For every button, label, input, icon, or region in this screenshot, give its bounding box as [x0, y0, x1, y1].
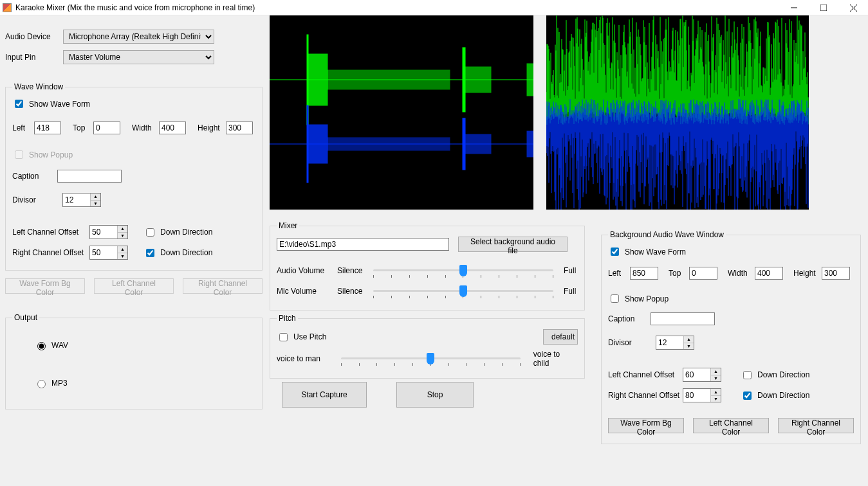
output-group: Output WAV MP3: [5, 313, 263, 410]
start-capture-button[interactable]: Start Capture: [282, 382, 367, 408]
bg-lc-color-button[interactable]: Left Channel Color: [693, 418, 769, 433]
bg-bg-color-button[interactable]: Wave Form Bg Color: [608, 418, 684, 433]
bg-show-wave-checkbox[interactable]: Show Wave Form: [608, 246, 686, 258]
svg-rect-16: [465, 134, 491, 154]
title-bar[interactable]: Karaoke Mixer (Mix the music and voice f…: [0, 0, 868, 15]
pitch-slider[interactable]: [341, 350, 521, 367]
svg-rect-7: [308, 54, 328, 105]
svg-rect-8: [328, 70, 450, 89]
stop-button[interactable]: Stop: [396, 382, 474, 408]
wave-divisor-spinner[interactable]: ▲▼: [62, 193, 101, 207]
window-title: Karaoke Mixer (Mix the music and voice f…: [15, 3, 255, 12]
bg-rco-down-checkbox[interactable]: Down Direction: [741, 390, 809, 402]
bg-rco-spinner[interactable]: ▲▼: [683, 388, 721, 402]
output-wav-radio[interactable]: WAV: [34, 340, 68, 350]
close-button[interactable]: [838, 0, 868, 15]
wave-left-input[interactable]: [34, 122, 61, 134]
wave-height-input[interactable]: [226, 122, 253, 134]
svg-rect-17: [527, 131, 533, 157]
output-mp3-radio[interactable]: MP3: [34, 378, 68, 388]
output-legend: Output: [12, 313, 39, 322]
bg-lco-down-checkbox[interactable]: Down Direction: [741, 369, 809, 381]
waveform-right-display: [546, 15, 809, 210]
wave-lc-color-button: Left Channel Color: [94, 278, 174, 294]
svg-rect-14: [328, 138, 450, 150]
mixer-group: Mixer Select background audio file Audio…: [270, 221, 585, 310]
audio-device-select[interactable]: Microphone Array (Realtek High Definitio…: [63, 30, 214, 44]
pitch-legend: Pitch: [277, 314, 298, 323]
app-window: Karaoke Mixer (Mix the music and voice f…: [0, 0, 868, 486]
svg-rect-9: [463, 48, 465, 112]
bg-height-input[interactable]: [822, 267, 850, 280]
pitch-group: Pitch Use Pitch default voice to man voi…: [270, 314, 585, 379]
wave-width-input[interactable]: [159, 122, 186, 134]
bg-caption-input[interactable]: [651, 312, 715, 325]
audio-volume-slider[interactable]: [373, 262, 553, 279]
audio-device-label: Audio Device: [5, 32, 63, 41]
pitch-default-button[interactable]: default: [543, 329, 578, 345]
input-pin-select[interactable]: Master Volume: [63, 50, 214, 64]
bg-width-input[interactable]: [755, 267, 783, 280]
wave-top-input[interactable]: [93, 122, 120, 134]
svg-rect-10: [465, 67, 491, 93]
use-pitch-checkbox[interactable]: Use Pitch: [277, 331, 326, 343]
wave-rc-color-button: Right Channel Color: [183, 278, 263, 294]
select-bg-audio-button[interactable]: Select background audio file: [458, 237, 568, 252]
maximize-button[interactable]: [809, 0, 838, 15]
bg-wave-group: Background Audio Wave Window Show Wave F…: [601, 230, 861, 444]
wave-rco-spinner[interactable]: ▲▼: [89, 246, 128, 260]
wave-caption-input[interactable]: [57, 170, 122, 183]
bg-rc-color-button[interactable]: Right Channel Color: [778, 418, 854, 433]
svg-rect-13: [308, 125, 328, 163]
waveform-left-display: [270, 15, 533, 210]
wave-rco-down-checkbox[interactable]: Down Direction: [143, 247, 212, 259]
minimize-button[interactable]: [779, 0, 809, 15]
show-wave-checkbox[interactable]: Show Wave Form: [12, 98, 90, 110]
mic-volume-slider[interactable]: [373, 283, 553, 300]
bg-wave-legend: Background Audio Wave Window: [608, 230, 726, 239]
bg-top-input[interactable]: [689, 267, 717, 280]
input-pin-label: Input Pin: [5, 53, 63, 62]
bg-left-input[interactable]: [630, 267, 658, 280]
svg-rect-15: [463, 118, 465, 170]
mixer-file-input[interactable]: [277, 238, 449, 251]
app-icon: [3, 3, 12, 12]
svg-rect-11: [527, 64, 533, 96]
wave-bg-color-button: Wave Form Bg Color: [5, 278, 85, 294]
bg-show-popup-checkbox[interactable]: Show Popup: [608, 292, 669, 305]
mixer-legend: Mixer: [277, 221, 299, 230]
wave-lco-spinner[interactable]: ▲▼: [89, 225, 128, 239]
show-popup-checkbox: Show Popup: [12, 148, 73, 161]
bg-lco-spinner[interactable]: ▲▼: [683, 368, 721, 382]
client-area: Audio Device Microphone Array (Realtek H…: [0, 15, 868, 486]
wave-window-legend: Wave Window: [12, 82, 65, 91]
wave-window-group: Wave Window Show Wave Form Left Top Widt…: [5, 82, 263, 271]
svg-rect-1: [820, 4, 827, 11]
wave-lco-down-checkbox[interactable]: Down Direction: [143, 226, 212, 239]
bg-divisor-spinner[interactable]: ▲▼: [656, 336, 694, 350]
